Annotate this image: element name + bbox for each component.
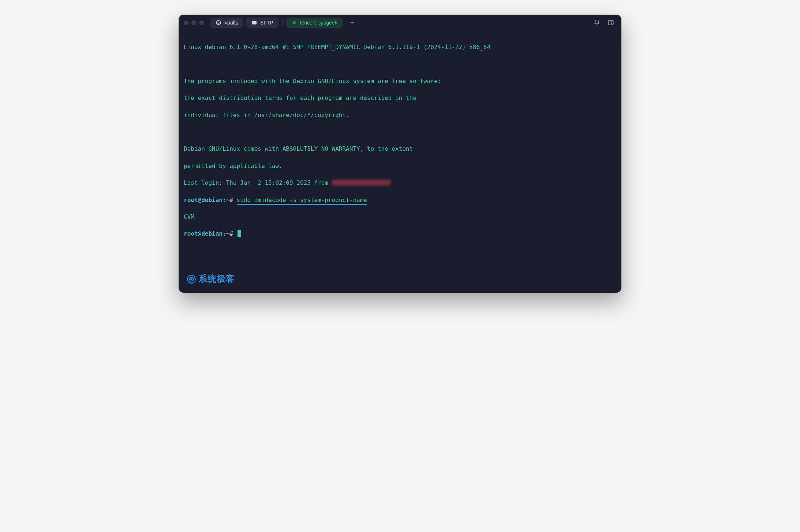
command-text: sudo dmidecode -s system-product-name	[237, 196, 367, 205]
prompt-hash: #	[229, 196, 233, 203]
terminal-output-line	[184, 128, 616, 136]
vault-icon	[216, 20, 221, 26]
terminal-prompt-line: root@debian:~# sudo dmidecode -s system-…	[184, 196, 616, 204]
terminal-prompt-line: root@debian:~#	[184, 229, 616, 238]
cursor	[238, 230, 241, 237]
tab-label: Vaults	[224, 20, 238, 26]
svg-point-5	[191, 278, 192, 280]
prompt-sep: :	[223, 196, 226, 203]
svg-rect-2	[608, 20, 613, 25]
terminal-window: Vaults SFTP tencent-sysgeek Linux debian…	[179, 15, 621, 293]
tab-label: tencent-sysgeek	[300, 20, 337, 26]
traffic-light-close[interactable]	[184, 20, 188, 25]
redacted-ip	[332, 180, 390, 186]
prompt-user: root@debian	[184, 196, 223, 203]
prompt-path: ~	[226, 196, 230, 203]
new-tab-button[interactable]	[345, 18, 359, 28]
watermark-text: 系统极客	[198, 273, 235, 285]
terminal-output-line: Linux debian 6.1.0-28-amd64 #1 SMP PREEM…	[184, 43, 616, 51]
traffic-light-zoom[interactable]	[199, 20, 204, 25]
tab-vaults[interactable]: Vaults	[210, 18, 243, 28]
tab-divider	[282, 19, 283, 26]
terminal-output-line: CVM	[184, 213, 616, 221]
terminal-output-line: individual files in /usr/share/doc/*/cop…	[184, 111, 616, 119]
watermark: 系统极客	[187, 273, 235, 285]
terminal-output-line: permitted by applicable law.	[184, 162, 616, 170]
window-controls	[184, 20, 204, 25]
prompt-sep: :	[223, 230, 226, 237]
prompt-hash: #	[229, 230, 233, 237]
tab-label: SFTP	[260, 20, 273, 26]
terminal-viewport[interactable]: Linux debian 6.1.0-28-amd64 #1 SMP PREEM…	[179, 31, 621, 293]
folder-icon	[251, 20, 257, 26]
terminal-output-line	[184, 60, 616, 68]
svg-point-1	[218, 22, 219, 23]
tab-active-session[interactable]: tencent-sysgeek	[286, 18, 343, 28]
lastlogin-text: Last login: Thu Jan 2 15:02:09 2025 from	[184, 179, 328, 186]
watermark-icon	[187, 274, 196, 284]
terminal-output-line: Debian GNU/Linux comes with ABSOLUTELY N…	[184, 145, 616, 153]
terminal-output-line: Last login: Thu Jan 2 15:02:09 2025 from	[184, 179, 616, 187]
titlebar: Vaults SFTP tencent-sysgeek	[179, 15, 621, 31]
panel-toggle-icon[interactable]	[605, 18, 616, 27]
terminal-output-line: the exact distribution terms for each pr…	[184, 94, 616, 102]
prompt-path: ~	[226, 230, 230, 237]
close-icon[interactable]	[291, 20, 297, 26]
tab-sftp[interactable]: SFTP	[246, 18, 278, 28]
bell-icon[interactable]	[591, 18, 602, 27]
terminal-output-line: The programs included with the Debian GN…	[184, 77, 616, 85]
prompt-user: root@debian	[184, 230, 223, 237]
traffic-light-minimize[interactable]	[191, 20, 196, 25]
